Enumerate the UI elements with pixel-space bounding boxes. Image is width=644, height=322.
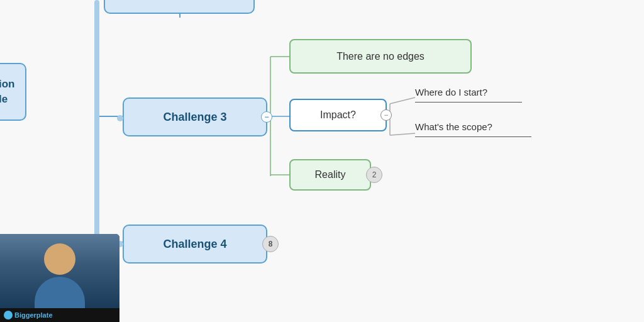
sidebar-line1: ion xyxy=(0,78,15,90)
webcam-overlay: Biggerplate xyxy=(0,234,119,322)
reality-node[interactable]: Reality 2 xyxy=(289,159,371,191)
impact-label: Impact? xyxy=(320,109,356,121)
impact-collapse-btn[interactable]: − xyxy=(380,109,392,121)
whats-scope-label: What's the scope? xyxy=(415,121,492,132)
reality-label: Reality xyxy=(315,169,346,180)
logo-icon xyxy=(4,311,13,319)
whats-scope-node[interactable]: What's the scope? xyxy=(415,121,492,132)
challenge3-collapse-btn[interactable]: − xyxy=(261,111,272,123)
challenge3-label: Challenge 3 xyxy=(163,111,226,124)
whats-scope-underline xyxy=(415,136,531,137)
biggerplate-logo: Biggerplate xyxy=(4,311,53,319)
no-edges-node[interactable]: There are no edges xyxy=(289,39,472,74)
challenge4-label: Challenge 4 xyxy=(163,238,226,251)
reality-badge: 2 xyxy=(366,167,382,183)
challenge4-badge: 8 xyxy=(262,236,279,252)
where-start-label: Where do I start? xyxy=(415,87,487,97)
webcam-person xyxy=(0,234,119,308)
where-start-node[interactable]: Where do I start? xyxy=(415,87,487,97)
person-body xyxy=(35,277,85,308)
svg-line-8 xyxy=(390,97,415,104)
mindmap-canvas: ion le Challenge 3 − There are no edges … xyxy=(0,0,644,322)
challenge4-node[interactable]: Challenge 4 8 xyxy=(123,225,267,264)
impact-node[interactable]: Impact? − xyxy=(289,99,387,131)
challenge3-node[interactable]: Challenge 3 − xyxy=(123,97,267,136)
no-edges-label: There are no edges xyxy=(336,51,425,62)
webcam-bar: Biggerplate xyxy=(0,308,119,322)
person-head xyxy=(44,243,75,275)
brand-label: Biggerplate xyxy=(14,311,53,319)
challenge3-dot xyxy=(117,115,123,121)
sidebar-partial-node: ion le xyxy=(0,63,26,121)
top-partial-node xyxy=(104,0,255,14)
sidebar-line2: le xyxy=(0,93,8,105)
svg-line-9 xyxy=(390,133,415,135)
where-start-underline xyxy=(415,102,522,103)
